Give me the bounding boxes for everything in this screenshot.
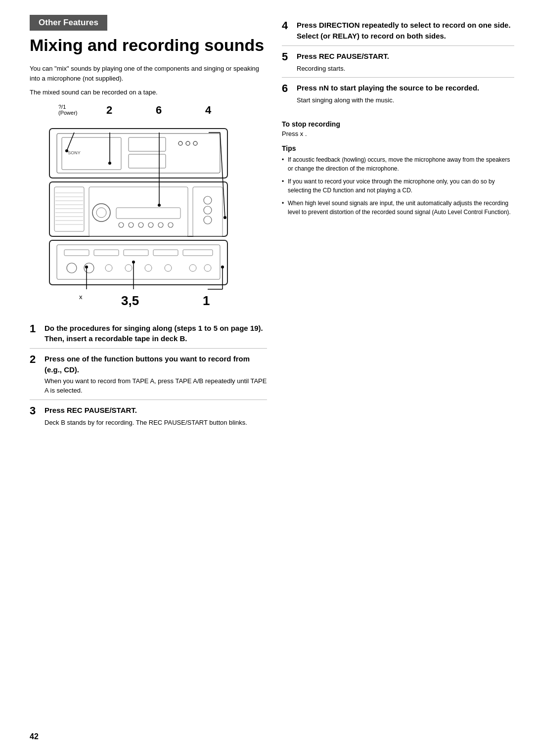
svg-point-64 bbox=[85, 266, 88, 268]
tips-list: If acoustic feedback (howling) occurs, m… bbox=[282, 155, 514, 217]
svg-point-43 bbox=[105, 265, 112, 271]
right-column: 4 Press DIRECTION repeatedly to select t… bbox=[282, 15, 514, 431]
step-3-block: 3 Press REC PAUSE/START. Deck B stands b… bbox=[30, 400, 267, 432]
svg-point-57 bbox=[132, 261, 135, 264]
svg-rect-30 bbox=[193, 187, 222, 236]
svg-point-22 bbox=[96, 208, 106, 218]
step-3-num: 3 bbox=[30, 405, 41, 417]
label-35: 3,5 bbox=[121, 293, 139, 309]
svg-rect-38 bbox=[124, 250, 148, 256]
step-3-main: Press REC PAUSE/START. bbox=[44, 405, 137, 416]
step-2-block: 2 Press one of the function buttons you … bbox=[30, 348, 267, 400]
svg-rect-39 bbox=[153, 250, 178, 256]
left-column: Other Features Mixing and recording soun… bbox=[30, 15, 267, 431]
label-4: 4 bbox=[205, 104, 211, 117]
svg-point-25 bbox=[129, 222, 134, 227]
stop-recording-title: To stop recording bbox=[282, 120, 514, 128]
step-4-num: 4 bbox=[282, 20, 293, 32]
svg-point-27 bbox=[148, 222, 153, 227]
svg-rect-37 bbox=[94, 250, 119, 256]
svg-text:SONY: SONY bbox=[68, 150, 81, 155]
label-power: ?/1(Power) bbox=[58, 104, 78, 116]
svg-point-52 bbox=[158, 204, 161, 207]
svg-point-41 bbox=[67, 263, 77, 273]
svg-rect-34 bbox=[49, 240, 227, 285]
svg-point-32 bbox=[204, 206, 212, 214]
tip-item-3: When high level sound signals are input,… bbox=[282, 199, 514, 217]
page-number: 42 bbox=[30, 732, 39, 741]
svg-point-47 bbox=[189, 265, 196, 271]
label-6: 6 bbox=[156, 104, 162, 117]
step-2-main: Press one of the function buttons you wa… bbox=[44, 354, 267, 375]
page-title: Mixing and recording sounds bbox=[30, 36, 267, 55]
page-layout: Other Features Mixing and recording soun… bbox=[0, 0, 534, 451]
svg-rect-4 bbox=[129, 154, 166, 168]
diagram-top-labels: ?/1(Power) 2 6 4 bbox=[30, 104, 267, 119]
stop-recording-text: Press x . bbox=[282, 130, 514, 137]
svg-point-44 bbox=[125, 265, 132, 271]
stop-recording-section: To stop recording Press x . Tips If acou… bbox=[282, 118, 514, 217]
svg-point-21 bbox=[92, 204, 110, 222]
left-steps: 1 Do the procedures for singing along (s… bbox=[30, 318, 267, 432]
step-5-num: 5 bbox=[282, 51, 293, 63]
svg-point-28 bbox=[158, 222, 163, 227]
svg-line-61 bbox=[67, 133, 74, 151]
step-6-num: 6 bbox=[282, 83, 293, 94]
svg-rect-3 bbox=[129, 137, 166, 151]
svg-point-33 bbox=[204, 216, 212, 224]
stereo-unit-diagram: SONY bbox=[30, 119, 247, 297]
step-5-sub: Recording starts. bbox=[297, 64, 514, 74]
svg-point-6 bbox=[186, 141, 190, 145]
svg-point-60 bbox=[221, 266, 224, 268]
svg-rect-9 bbox=[49, 182, 227, 236]
right-steps: 4 Press DIRECTION repeatedly to select t… bbox=[282, 15, 514, 109]
step-6-block: 6 Press nN to start playing the source t… bbox=[282, 77, 514, 109]
diagram-bottom-labels: x 3,5 1 bbox=[30, 293, 267, 313]
svg-point-62 bbox=[65, 149, 68, 152]
step-1-main: Do the procedures for singing along (ste… bbox=[44, 323, 267, 345]
svg-rect-1 bbox=[57, 133, 220, 173]
step-3-sub: Deck B stands by for recording. The REC … bbox=[44, 418, 267, 428]
label-1: 1 bbox=[203, 293, 210, 309]
svg-rect-10 bbox=[54, 187, 84, 231]
svg-point-7 bbox=[193, 141, 197, 145]
svg-rect-20 bbox=[89, 187, 188, 236]
section-badge: Other Features bbox=[30, 15, 267, 36]
step-2-sub: When you want to record from TAPE A, pre… bbox=[44, 376, 267, 396]
svg-point-55 bbox=[223, 216, 226, 219]
svg-point-50 bbox=[108, 162, 111, 165]
svg-point-46 bbox=[165, 265, 172, 271]
svg-point-29 bbox=[168, 222, 173, 227]
step-1-num: 1 bbox=[30, 323, 41, 335]
svg-rect-36 bbox=[64, 250, 89, 256]
diagram-container: ?/1(Power) 2 6 4 bbox=[30, 104, 267, 313]
svg-point-48 bbox=[204, 265, 211, 271]
intro-paragraph-2: The mixed sound can be recorded on a tap… bbox=[30, 88, 267, 97]
step-6-sub: Start singing along with the music. bbox=[297, 95, 514, 105]
step-2-num: 2 bbox=[30, 354, 41, 365]
label-x: x bbox=[79, 293, 83, 301]
tips-title: Tips bbox=[282, 144, 514, 152]
label-2: 2 bbox=[106, 104, 112, 117]
svg-point-45 bbox=[145, 265, 152, 271]
step-1-block: 1 Do the procedures for singing along (s… bbox=[30, 318, 267, 349]
step-4-block: 4 Press DIRECTION repeatedly to select t… bbox=[282, 15, 514, 45]
intro-paragraph-1: You can "mix" sounds by playing one of t… bbox=[30, 64, 267, 84]
svg-point-26 bbox=[138, 222, 143, 227]
svg-point-31 bbox=[204, 196, 212, 204]
svg-point-24 bbox=[119, 222, 124, 227]
tip-item-2: If you want to record your voice through… bbox=[282, 177, 514, 195]
step-5-main: Press REC PAUSE/START. bbox=[297, 51, 389, 62]
svg-rect-40 bbox=[183, 250, 213, 256]
svg-point-5 bbox=[178, 141, 182, 145]
step-4-main: Press DIRECTION repeatedly to select to … bbox=[297, 20, 514, 42]
tip-item-1: If acoustic feedback (howling) occurs, m… bbox=[282, 155, 514, 173]
svg-rect-23 bbox=[116, 208, 180, 219]
step-5-block: 5 Press REC PAUSE/START. Recording start… bbox=[282, 45, 514, 78]
step-6-main: Press nN to start playing the source to … bbox=[297, 83, 479, 93]
